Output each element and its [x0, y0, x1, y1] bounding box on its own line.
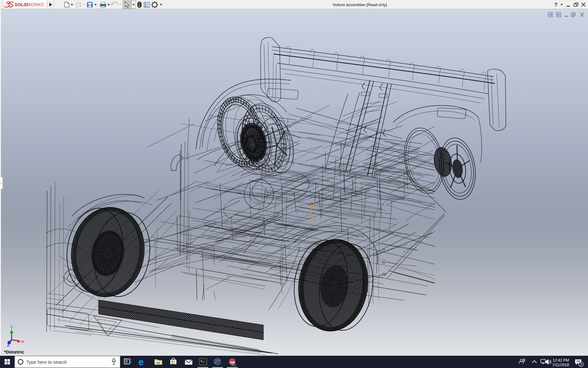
svg-text:Type here to search: Type here to search	[26, 359, 67, 365]
svg-text:12:42 PM: 12:42 PM	[552, 358, 569, 362]
svg-text:e: e	[138, 357, 144, 367]
svg-text:7/11/2018: 7/11/2018	[552, 363, 569, 367]
svg-text:2017: 2017	[231, 364, 236, 366]
svg-text:2: 2	[580, 362, 582, 366]
